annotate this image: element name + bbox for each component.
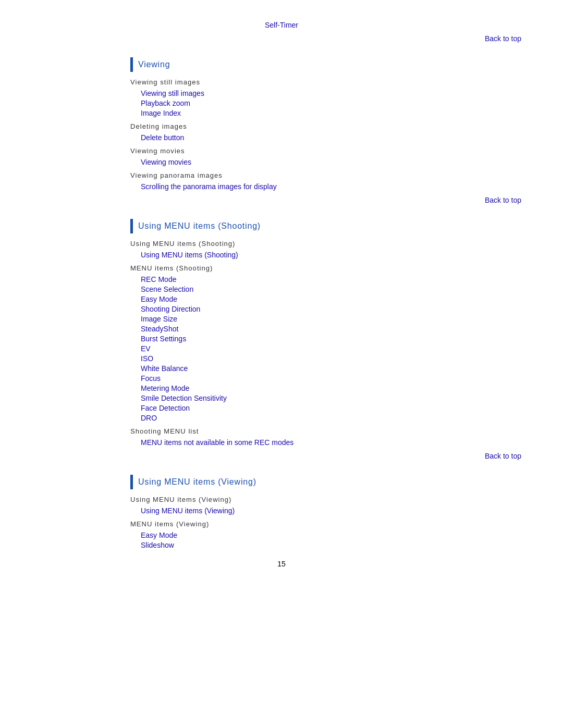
- viewing-still-images-subtitle: Viewing still images: [130, 78, 464, 86]
- dro-link[interactable]: DRO: [141, 414, 464, 422]
- using-menu-viewing-link[interactable]: Using MENU items (Viewing): [141, 507, 464, 515]
- viewing-still-images-group: Viewing still images Viewing still image…: [130, 78, 464, 117]
- iso-link[interactable]: ISO: [141, 354, 464, 363]
- page-number: 15: [0, 560, 563, 568]
- menu-shooting-title: Using MENU items (Shooting): [138, 221, 261, 231]
- rec-mode-link[interactable]: REC Mode: [141, 275, 464, 283]
- menu-viewing-title: Using MENU items (Viewing): [138, 477, 256, 487]
- focus-link[interactable]: Focus: [141, 374, 464, 382]
- using-menu-viewing-subtitle: Using MENU items (Viewing): [130, 496, 464, 503]
- scrolling-panorama-link[interactable]: Scrolling the panorama images for displa…: [141, 182, 464, 191]
- content-area-3: Using MENU items (Viewing) Using MENU it…: [99, 475, 464, 549]
- menu-shooting-header: Using MENU items (Shooting): [130, 219, 464, 233]
- back-to-top-link-2[interactable]: Back to top: [485, 196, 521, 204]
- menu-shooting-indicator: [130, 219, 133, 233]
- burst-settings-link[interactable]: Burst Settings: [141, 335, 464, 343]
- viewing-section-header: Viewing: [130, 57, 464, 72]
- ev-link[interactable]: EV: [141, 344, 464, 353]
- content-area-2: Using MENU items (Shooting) Using MENU i…: [99, 219, 464, 447]
- self-timer-link[interactable]: Self-Timer: [265, 21, 298, 29]
- viewing-movies-subtitle: Viewing movies: [130, 147, 464, 155]
- back-to-top-link-3[interactable]: Back to top: [485, 452, 521, 460]
- viewing-section: Viewing Viewing still images Viewing sti…: [130, 57, 464, 191]
- content-area: Viewing Viewing still images Viewing sti…: [99, 57, 464, 191]
- shooting-menu-list-group: Shooting MENU list MENU items not availa…: [130, 427, 464, 447]
- viewing-still-images-link[interactable]: Viewing still images: [141, 89, 464, 97]
- steadyshot-link[interactable]: SteadyShot: [141, 325, 464, 333]
- face-detection-link[interactable]: Face Detection: [141, 404, 464, 412]
- using-menu-shooting-link[interactable]: Using MENU items (Shooting): [141, 251, 464, 259]
- back-to-top-row-1: Back to top: [0, 34, 563, 47]
- shooting-menu-list-subtitle: Shooting MENU list: [130, 427, 464, 435]
- metering-mode-link[interactable]: Metering Mode: [141, 384, 464, 392]
- viewing-panorama-group: Viewing panorama images Scrolling the pa…: [130, 171, 464, 191]
- page-container: Self-Timer Back to top Viewing Viewing s…: [0, 0, 563, 578]
- white-balance-link[interactable]: White Balance: [141, 364, 464, 373]
- slideshow-link[interactable]: Slideshow: [141, 541, 464, 549]
- viewing-section-title: Viewing: [138, 60, 170, 69]
- image-index-link[interactable]: Image Index: [141, 109, 464, 117]
- using-menu-viewing-group: Using MENU items (Viewing) Using MENU it…: [130, 496, 464, 515]
- menu-items-shooting-subtitle: MENU items (Shooting): [130, 264, 464, 272]
- using-menu-shooting-group: Using MENU items (Shooting) Using MENU i…: [130, 240, 464, 259]
- using-menu-shooting-subtitle: Using MENU items (Shooting): [130, 240, 464, 248]
- back-to-top-link-1[interactable]: Back to top: [485, 34, 521, 43]
- menu-viewing-header: Using MENU items (Viewing): [130, 475, 464, 489]
- deleting-images-group: Deleting images Delete button: [130, 122, 464, 142]
- menu-items-shooting-group: MENU items (Shooting) REC Mode Scene Sel…: [130, 264, 464, 422]
- viewing-panorama-subtitle: Viewing panorama images: [130, 171, 464, 179]
- scene-selection-link[interactable]: Scene Selection: [141, 285, 464, 293]
- delete-button-link[interactable]: Delete button: [141, 133, 464, 142]
- deleting-images-subtitle: Deleting images: [130, 122, 464, 130]
- viewing-section-indicator: [130, 57, 133, 72]
- menu-items-viewing-subtitle: MENU items (Viewing): [130, 520, 464, 528]
- easy-mode-viewing-link[interactable]: Easy Mode: [141, 531, 464, 539]
- easy-mode-link[interactable]: Easy Mode: [141, 295, 464, 303]
- back-to-top-row-2: Back to top: [0, 196, 563, 208]
- shooting-direction-link[interactable]: Shooting Direction: [141, 305, 464, 313]
- menu-viewing-indicator: [130, 475, 133, 489]
- viewing-movies-link[interactable]: Viewing movies: [141, 158, 464, 166]
- playback-zoom-link[interactable]: Playback zoom: [141, 99, 464, 107]
- menu-items-viewing-group: MENU items (Viewing) Easy Mode Slideshow: [130, 520, 464, 549]
- image-size-link[interactable]: Image Size: [141, 315, 464, 323]
- menu-shooting-section: Using MENU items (Shooting) Using MENU i…: [130, 219, 464, 447]
- smile-detection-link[interactable]: Smile Detection Sensitivity: [141, 394, 464, 402]
- viewing-movies-group: Viewing movies Viewing movies: [130, 147, 464, 166]
- menu-items-not-available-link[interactable]: MENU items not available in some REC mod…: [141, 438, 464, 447]
- back-to-top-row-3: Back to top: [0, 452, 563, 464]
- menu-viewing-section: Using MENU items (Viewing) Using MENU it…: [130, 475, 464, 549]
